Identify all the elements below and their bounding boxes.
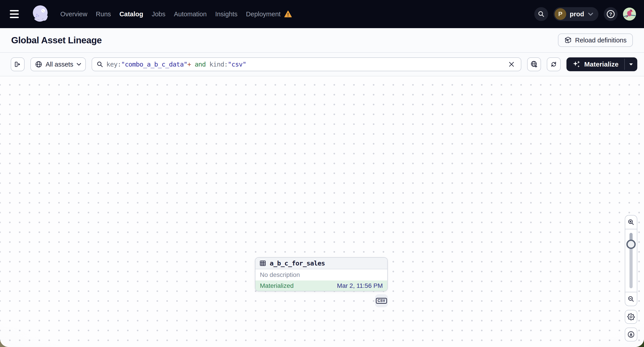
sparkles-icon <box>572 60 581 69</box>
asset-node-a-b-c-for-sales[interactable]: a_b_c_for_sales No description Materiali… <box>255 257 388 291</box>
nav-item-insights[interactable]: Insights <box>215 10 238 18</box>
reload-definitions-button[interactable]: Reload definitions <box>558 33 633 47</box>
search-icon <box>96 61 103 68</box>
deployment-switcher[interactable]: P prod <box>554 7 598 21</box>
graph-settings-gear-icon[interactable] <box>625 310 637 324</box>
zoom-control-group <box>625 215 637 306</box>
asset-node-header: a_b_c_for_sales <box>256 258 387 269</box>
globe-icon <box>35 60 42 68</box>
asset-description: No description <box>256 269 387 281</box>
asset-search-input[interactable]: key:"combo_a_b_c_data"+ and kind:"csv" <box>92 57 521 71</box>
zoom-slider-thumb[interactable] <box>626 240 636 249</box>
materialize-caret-icon[interactable] <box>625 57 637 71</box>
page-header: Global Asset Lineage Reload definitions <box>0 28 644 53</box>
csv-file-icon: CSV <box>376 298 387 304</box>
canvas-vignette <box>0 76 644 347</box>
nav-item-automation[interactable]: Automation <box>174 10 207 18</box>
materialize-button[interactable]: Materialize <box>566 57 624 71</box>
nav-items: Overview Runs Catalog Jobs Automation In… <box>60 10 292 18</box>
globe-add-button[interactable] <box>527 57 541 71</box>
help-icon[interactable]: ? <box>604 7 618 21</box>
reload-cube-icon <box>564 36 572 44</box>
nav-item-deployment[interactable]: Deployment <box>246 10 292 18</box>
asset-name: a_b_c_for_sales <box>270 260 325 267</box>
svg-text:?: ? <box>609 11 612 17</box>
chevron-down-icon <box>588 12 594 16</box>
download-image-icon[interactable] <box>625 328 637 342</box>
clear-search-icon[interactable] <box>506 59 516 69</box>
materialized-status: Materialized <box>260 282 294 289</box>
zoom-out-icon[interactable] <box>625 292 637 306</box>
user-avatar[interactable] <box>623 7 636 20</box>
refresh-icon[interactable] <box>547 57 561 71</box>
asset-group-filter[interactable]: All assets <box>30 57 86 71</box>
deployment-avatar: P <box>554 8 566 20</box>
chevron-down-icon <box>76 62 81 66</box>
kind-tag-csv: CSV <box>375 294 388 307</box>
lineage-canvas[interactable]: a_b_c_for_sales No description Materiali… <box>0 76 644 347</box>
open-left-panel-button[interactable] <box>11 57 24 71</box>
nav-item-jobs[interactable]: Jobs <box>152 10 165 18</box>
top-nav: Overview Runs Catalog Jobs Automation In… <box>0 0 644 28</box>
search-icon[interactable] <box>534 7 548 21</box>
search-query: key:"combo_a_b_c_data"+ and kind:"csv" <box>106 60 503 68</box>
hamburger-menu-icon[interactable] <box>10 7 24 21</box>
deployment-name: prod <box>570 10 584 18</box>
nav-right-cluster: P prod ? <box>534 7 636 21</box>
materialized-timestamp: Mar 2, 11:56 PM <box>337 282 383 289</box>
asset-status-row: Materialized Mar 2, 11:56 PM <box>256 281 387 291</box>
dagster-logo-icon[interactable] <box>30 4 50 24</box>
materialize-split-button: Materialize <box>566 57 637 71</box>
nav-item-overview[interactable]: Overview <box>60 10 87 18</box>
zoom-in-icon[interactable] <box>625 216 637 229</box>
nav-item-catalog[interactable]: Catalog <box>120 10 143 18</box>
nav-item-runs[interactable]: Runs <box>96 10 111 18</box>
warning-triangle-icon <box>284 10 292 18</box>
dagster-app-window: Overview Runs Catalog Jobs Automation In… <box>0 0 644 347</box>
page-title: Global Asset Lineage <box>11 35 102 45</box>
lineage-toolbar: All assets key:"combo_a_b_c_data"+ and k… <box>0 53 644 76</box>
table-icon <box>260 260 266 267</box>
zoom-slider[interactable] <box>625 229 637 292</box>
